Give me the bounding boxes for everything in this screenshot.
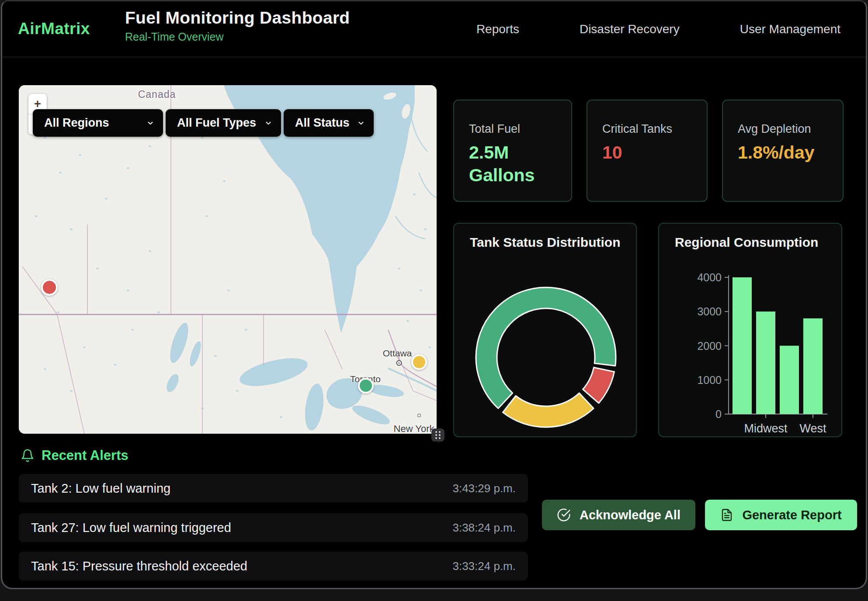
nav-user-management[interactable]: User Management [740, 22, 840, 36]
chevron-down-icon [146, 119, 154, 127]
alerts-title: Recent Alerts [42, 448, 128, 463]
page-title: Fuel Monitoring Dashboard [125, 8, 350, 28]
status-filter-dropdown[interactable]: All Status [284, 109, 374, 137]
alert-time: 3:38:24 p.m. [452, 521, 516, 535]
nav-disaster-recovery[interactable]: Disaster Recovery [580, 22, 680, 36]
region-filter-dropdown[interactable]: All Regions [33, 109, 163, 137]
map-panel[interactable]: Canada Ottawa Toronto New York + − All R… [19, 85, 437, 434]
alert-message: Tank 15: Pressure threshold exceeded [31, 559, 247, 573]
header: AirMatrix Fuel Monitoring Dashboard Real… [2, 1, 866, 57]
tank-status-donut-chart [454, 224, 638, 438]
alerts-header: Recent Alerts [21, 448, 128, 463]
app-window: AirMatrix Fuel Monitoring Dashboard Real… [1, 0, 867, 589]
svg-text:4000: 4000 [697, 271, 722, 283]
alert-row: Tank 2: Low fuel warning 3:43:29 p.m. [19, 474, 528, 503]
alert-message: Tank 27: Low fuel warning triggered [31, 521, 231, 535]
generate-report-label: Generate Report [742, 508, 841, 522]
svg-text:0: 0 [715, 408, 722, 420]
svg-text:Midwest: Midwest [744, 422, 788, 435]
map-marker-critical[interactable] [41, 279, 58, 296]
grip-dots-icon [434, 430, 442, 440]
chevron-down-icon [357, 119, 365, 127]
map-filters: All Regions All Fuel Types All Status [33, 109, 374, 137]
check-circle-icon [557, 508, 571, 522]
svg-text:West: West [799, 422, 826, 435]
stat-label: Avg Depletion [738, 122, 829, 136]
fuel-type-filter-dropdown[interactable]: All Fuel Types [166, 109, 281, 137]
map-resize-handle[interactable] [431, 428, 444, 442]
generate-report-button[interactable]: Generate Report [705, 500, 857, 530]
svg-text:1000: 1000 [697, 374, 722, 386]
svg-text:3000: 3000 [697, 305, 722, 318]
stat-card-critical-tanks: Critical Tanks 10 [587, 100, 708, 202]
stat-value: 2.5M Gallons [469, 141, 557, 187]
alert-time: 3:33:24 p.m. [452, 560, 516, 573]
region-filter-value: All Regions [44, 116, 109, 130]
alert-row: Tank 15: Pressure threshold exceeded 3:3… [19, 552, 528, 580]
stat-card-avg-depletion: Avg Depletion 1.8%/day [722, 100, 844, 202]
alert-row: Tank 27: Low fuel warning triggered 3:38… [19, 513, 528, 542]
alert-message: Tank 2: Low fuel warning [31, 481, 170, 496]
fuel-type-filter-value: All Fuel Types [177, 116, 256, 130]
map-marker-normal[interactable] [358, 378, 374, 394]
map-label-canada: Canada [126, 89, 187, 100]
alert-time: 3:43:29 p.m. [452, 482, 516, 495]
bell-icon [21, 449, 35, 463]
title-block: Fuel Monitoring Dashboard Real-Time Over… [125, 8, 350, 43]
acknowledge-all-button[interactable]: Acknowledge All [542, 500, 695, 530]
acknowledge-all-label: Acknowledge All [580, 508, 681, 522]
file-text-icon [720, 508, 733, 522]
page-subtitle: Real-Time Overview [125, 31, 350, 43]
main-nav: Reports Disaster Recovery User Managemen… [476, 1, 840, 57]
stat-value: 1.8%/day [738, 141, 829, 164]
stat-card-total-fuel: Total Fuel 2.5M Gallons [453, 100, 572, 202]
stat-label: Critical Tanks [602, 122, 693, 136]
regional-consumption-bar-chart: 01000200030004000MidwestWest [659, 224, 843, 438]
tank-status-chart-card: Tank Status Distribution [453, 223, 637, 437]
map-marker-warning[interactable] [411, 354, 427, 370]
nav-reports[interactable]: Reports [476, 22, 519, 36]
status-filter-value: All Status [295, 116, 350, 130]
regional-consumption-chart-card: Regional Consumption 01000200030004000Mi… [658, 223, 842, 437]
stat-label: Total Fuel [469, 122, 557, 136]
svg-text:2000: 2000 [697, 340, 722, 352]
stat-value: 10 [602, 141, 693, 164]
brand-logo: AirMatrix [18, 20, 90, 38]
chevron-down-icon [264, 119, 272, 127]
map-label-new-york: New York [383, 423, 437, 434]
